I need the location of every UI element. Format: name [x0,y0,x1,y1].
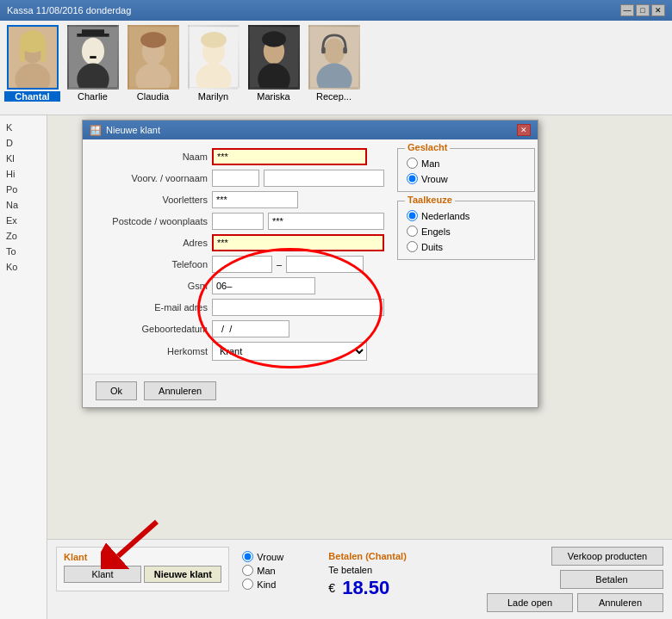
close-button[interactable]: ✕ [651,4,665,16]
taalkeuze-title: Taalkeuze [405,195,455,205]
user-name-charlie: Charlie [78,91,108,102]
form-row-gsm: Gsm [96,277,384,294]
radio-man-bottom[interactable]: Man [242,565,311,576]
radio-kind-bottom-input[interactable] [242,579,253,590]
maximize-button[interactable]: □ [636,4,650,16]
sidebar-item-d[interactable]: D [4,135,42,151]
input-telefoon2[interactable] [286,256,364,273]
title-bar: Kassa 11/08/2016 donderdag — □ ✕ [0,0,672,21]
sidebar-item-po[interactable]: Po [4,182,42,197]
sidebar-item-ex[interactable]: Ex [4,213,42,228]
radio-kind-bottom[interactable]: Kind [242,579,311,590]
radio-man-input[interactable] [407,158,418,169]
user-name-recep: Recep... [316,91,352,102]
input-email[interactable] [212,299,384,316]
radio-engels[interactable]: Engels [407,226,526,237]
dialog-body: Naam Voorv. / voornaam Voorletters [83,139,538,374]
right-action-buttons: Verkoop producten Betalen Lade open Annu… [487,547,663,612]
sidebar-item-hi[interactable]: Hi [4,166,42,182]
label-email: E-mail adres [96,302,208,313]
user-charlie[interactable]: Charlie [65,25,121,110]
klant-button[interactable]: Klant [64,566,141,583]
radio-duits-label: Duits [421,242,443,252]
payment-title: Betalen (Chantal) [328,551,474,561]
user-chantal[interactable]: Chantal [4,25,60,110]
sidebar-item-kl[interactable]: Kl [4,151,42,166]
user-name-claudia: Claudia [137,91,169,102]
nieuwe-klant-dialog: 🪟 Nieuwe klant ✕ Naam Voorv. / voornaam [82,120,538,408]
svg-rect-28 [343,47,347,53]
sidebar-item-na[interactable]: Na [4,197,42,213]
radio-vrouw-bottom[interactable]: Vrouw [242,551,311,562]
sidebar-item-ko[interactable]: Ko [4,259,42,275]
radio-nederlands[interactable]: Nederlands [407,210,526,221]
user-recep[interactable]: Recep... [306,25,362,110]
input-voorletters[interactable] [212,191,298,208]
sidebar-item-zo[interactable]: Zo [4,228,42,244]
radio-vrouw[interactable]: Vrouw [407,173,526,184]
svg-rect-5 [40,41,46,61]
input-gsm[interactable] [212,277,315,294]
radio-man-label: Man [421,158,439,169]
radio-engels-input[interactable] [407,226,418,237]
svg-rect-11 [90,56,96,59]
annuleren-bottom-button[interactable]: Annuleren [577,593,663,612]
form-row-herkomst: Herkomst Krant Internet Folder Vrienden … [96,342,384,361]
right-content: 🪟 Nieuwe klant ✕ Naam Voorv. / voornaam [47,115,672,619]
svg-point-15 [140,32,166,48]
user-marilyn[interactable]: Marilyn [185,25,241,110]
avatar-recep [308,25,360,90]
lade-open-button[interactable]: Lade open [487,593,573,612]
avatar-mariska [248,25,300,90]
ok-button[interactable]: Ok [96,381,137,400]
radio-nederlands-input[interactable] [407,210,418,221]
label-voorletters: Voorletters [96,195,208,205]
svg-rect-4 [20,41,25,61]
dialog-form: Naam Voorv. / voornaam Voorletters [96,148,384,365]
input-naam[interactable] [212,148,367,165]
radio-vrouw-bottom-input[interactable] [242,551,253,562]
input-postcode[interactable] [212,213,264,230]
input-adres[interactable] [212,234,384,251]
radio-vrouw-label: Vrouw [421,174,448,184]
verkoop-producten-button[interactable]: Verkoop producten [551,547,663,566]
radio-man-bottom-input[interactable] [242,565,253,576]
input-woonplaats[interactable] [268,213,384,230]
nieuwe-klant-button[interactable]: Nieuwe klant [144,566,221,583]
input-telefoon1[interactable] [212,256,272,273]
radio-man[interactable]: Man [407,158,526,169]
dialog-right-panel: Geslacht Man Vrouw Taalkeuze [397,148,535,365]
user-name-marilyn: Marilyn [198,91,228,102]
sidebar-item-to[interactable]: To [4,244,42,259]
form-row-voorletters: Voorletters [96,191,384,208]
sidebar-item-k[interactable]: K [4,120,42,135]
form-row-naam: Naam [96,148,384,165]
form-row-email: E-mail adres [96,299,384,316]
user-bar: Chantal Charlie [0,21,672,115]
betalen-button[interactable]: Betalen [560,570,663,589]
radio-duits-input[interactable] [407,241,418,252]
dialog-icon: 🪟 [90,125,102,136]
minimize-button[interactable]: — [620,4,634,16]
select-herkomst[interactable]: Krant Internet Folder Vrienden Andere [212,342,367,361]
svg-point-23 [262,31,286,47]
input-voornaam[interactable] [264,170,384,187]
window-controls: — □ ✕ [620,4,665,16]
sidebar: K D Kl Hi Po Na Ex Zo To Ko [0,115,47,619]
user-claudia[interactable]: Claudia [125,25,181,110]
label-gsm: Gsm [96,281,208,291]
input-geboortedatum[interactable] [212,320,289,337]
radio-duits[interactable]: Duits [407,241,526,252]
dialog-close-button[interactable]: ✕ [517,124,531,136]
dialog-footer: Ok Annuleren [83,374,538,407]
dialog-title: 🪟 Nieuwe klant [90,125,160,136]
radio-vrouw-input[interactable] [407,173,418,184]
form-row-voornaam: Voorv. / voornaam [96,170,384,187]
label-geboortedatum: Geboortedatum [96,324,208,334]
form-row-adres: Adres [96,234,384,251]
radio-vrouw-bottom-label: Vrouw [257,552,283,562]
user-name-chantal: Chantal [4,91,60,102]
annuleren-button[interactable]: Annuleren [144,381,216,400]
user-mariska[interactable]: Mariska [246,25,302,110]
input-voorvoegsel[interactable] [212,170,259,187]
